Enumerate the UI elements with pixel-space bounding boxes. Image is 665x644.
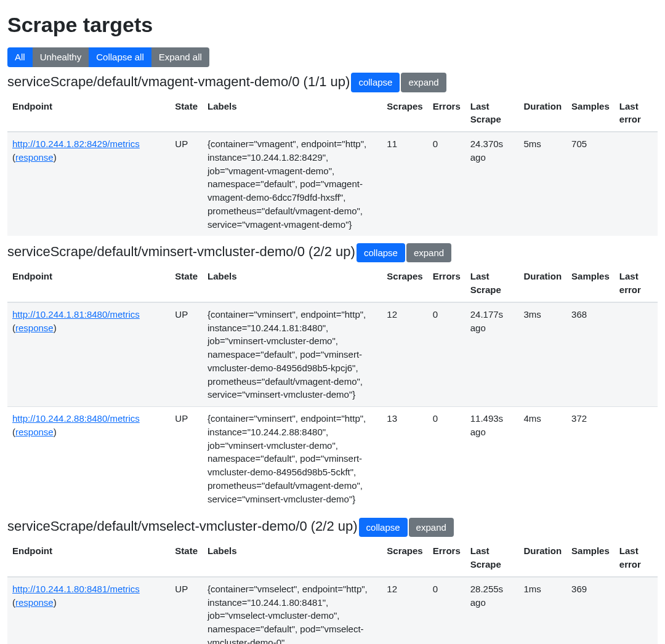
column-header-samples: Samples xyxy=(566,95,615,132)
column-header-scrapes: Scrapes xyxy=(382,539,427,577)
targets-table: EndpointStateLabelsScrapesErrorsLast Scr… xyxy=(7,265,658,510)
filter-bar: AllUnhealthyCollapse allExpand all xyxy=(7,47,658,67)
last_error-cell xyxy=(615,132,658,236)
samples-cell: 705 xyxy=(566,132,615,236)
targets-table: EndpointStateLabelsScrapesErrorsLast Scr… xyxy=(7,539,658,644)
column-header-duration: Duration xyxy=(518,539,566,577)
column-header-endpoint: Endpoint xyxy=(7,539,170,577)
endpoint-cell: http://10.244.1.81:8480/metrics (respons… xyxy=(7,302,170,407)
column-header-last_scrape: Last Scrape xyxy=(465,265,519,302)
group-header: serviceScrape/default/vmagent-vmagent-de… xyxy=(7,72,658,92)
endpoint-cell: http://10.244.1.80:8481/metrics (respons… xyxy=(7,577,170,644)
response-link[interactable]: response xyxy=(15,152,54,163)
expand-all-button[interactable]: Expand all xyxy=(151,47,209,67)
column-header-labels: Labels xyxy=(203,265,382,302)
column-header-scrapes: Scrapes xyxy=(382,95,427,132)
column-header-endpoint: Endpoint xyxy=(7,265,170,302)
column-header-samples: Samples xyxy=(566,539,615,577)
response-link[interactable]: response xyxy=(15,597,54,608)
scrapes-cell: 12 xyxy=(382,302,427,407)
expand-button[interactable]: expand xyxy=(401,73,446,92)
group-header: serviceScrape/default/vmselect-vmcluster… xyxy=(7,517,658,537)
expand-button[interactable]: expand xyxy=(409,518,454,537)
column-header-state: State xyxy=(170,265,203,302)
state-cell: UP xyxy=(170,577,203,644)
errors-cell: 0 xyxy=(428,132,465,236)
column-header-samples: Samples xyxy=(566,265,615,302)
last_scrape-cell: 28.255s ago xyxy=(465,577,519,644)
duration-cell: 4ms xyxy=(518,407,566,511)
column-header-state: State xyxy=(170,95,203,132)
errors-cell: 0 xyxy=(428,407,465,511)
collapse-all-button[interactable]: Collapse all xyxy=(89,47,151,67)
group-header: serviceScrape/default/vminsert-vmcluster… xyxy=(7,242,658,262)
column-header-labels: Labels xyxy=(203,95,382,132)
scrapes-cell: 13 xyxy=(382,407,427,511)
group-title: serviceScrape/default/vminsert-vmcluster… xyxy=(7,244,355,259)
endpoint-link[interactable]: http://10.244.2.88:8480/metrics xyxy=(12,413,140,424)
table-row: http://10.244.1.81:8480/metrics (respons… xyxy=(7,302,658,407)
last_error-cell xyxy=(615,302,658,407)
collapse-button[interactable]: collapse xyxy=(359,518,408,537)
filter-all-button[interactable]: All xyxy=(7,47,33,67)
endpoint-link[interactable]: http://10.244.1.81:8480/metrics xyxy=(12,309,140,320)
last_scrape-cell: 24.370s ago xyxy=(465,132,519,236)
table-row: http://10.244.1.82:8429/metrics (respons… xyxy=(7,132,658,236)
endpoint-link[interactable]: http://10.244.1.82:8429/metrics xyxy=(12,139,140,149)
column-header-endpoint: Endpoint xyxy=(7,95,170,132)
last_error-cell xyxy=(615,577,658,644)
column-header-state: State xyxy=(170,539,203,577)
column-header-duration: Duration xyxy=(518,95,566,132)
endpoint-cell: http://10.244.2.88:8480/metrics (respons… xyxy=(7,407,170,511)
state-cell: UP xyxy=(170,302,203,407)
labels-cell: {container="vmselect", endpoint="http", … xyxy=(203,577,382,644)
labels-cell: {container="vmagent", endpoint="http", i… xyxy=(203,132,382,236)
table-row: http://10.244.2.88:8480/metrics (respons… xyxy=(7,407,658,511)
column-header-duration: Duration xyxy=(518,265,566,302)
duration-cell: 5ms xyxy=(518,132,566,236)
last_scrape-cell: 24.177s ago xyxy=(465,302,519,407)
labels-cell: {container="vminsert", endpoint="http", … xyxy=(203,407,382,511)
column-header-errors: Errors xyxy=(428,95,465,132)
samples-cell: 372 xyxy=(566,407,615,511)
endpoint-cell: http://10.244.1.82:8429/metrics (respons… xyxy=(7,132,170,236)
duration-cell: 3ms xyxy=(518,302,566,407)
last_scrape-cell: 11.493s ago xyxy=(465,407,519,511)
expand-button[interactable]: expand xyxy=(406,243,451,263)
collapse-button[interactable]: collapse xyxy=(351,73,400,92)
scrapes-cell: 12 xyxy=(382,577,427,644)
column-header-last_error: Last error xyxy=(615,539,658,577)
table-row: http://10.244.1.80:8481/metrics (respons… xyxy=(7,577,658,644)
last_error-cell xyxy=(615,407,658,511)
errors-cell: 0 xyxy=(428,302,465,407)
endpoint-link[interactable]: http://10.244.1.80:8481/metrics xyxy=(12,584,140,594)
collapse-button[interactable]: collapse xyxy=(357,243,405,263)
response-link[interactable]: response xyxy=(15,427,54,437)
duration-cell: 1ms xyxy=(518,577,566,644)
labels-cell: {container="vminsert", endpoint="http", … xyxy=(203,302,382,407)
errors-cell: 0 xyxy=(428,577,465,644)
state-cell: UP xyxy=(170,132,203,236)
column-header-scrapes: Scrapes xyxy=(382,265,427,302)
samples-cell: 368 xyxy=(566,302,615,407)
column-header-last_error: Last error xyxy=(615,265,658,302)
column-header-errors: Errors xyxy=(428,265,465,302)
group-title: serviceScrape/default/vmselect-vmcluster… xyxy=(7,518,358,534)
state-cell: UP xyxy=(170,407,203,511)
column-header-last_scrape: Last Scrape xyxy=(465,95,519,132)
column-header-last_error: Last error xyxy=(615,95,658,132)
page-title: Scrape targets xyxy=(7,10,658,40)
group-title: serviceScrape/default/vmagent-vmagent-de… xyxy=(7,74,350,89)
filter-unhealthy-button[interactable]: Unhealthy xyxy=(33,47,89,67)
column-header-last_scrape: Last Scrape xyxy=(465,539,519,577)
scrapes-cell: 11 xyxy=(382,132,427,236)
response-link[interactable]: response xyxy=(15,323,54,333)
column-header-errors: Errors xyxy=(428,539,465,577)
targets-table: EndpointStateLabelsScrapesErrorsLast Scr… xyxy=(7,95,658,236)
samples-cell: 369 xyxy=(566,577,615,644)
column-header-labels: Labels xyxy=(203,539,382,577)
